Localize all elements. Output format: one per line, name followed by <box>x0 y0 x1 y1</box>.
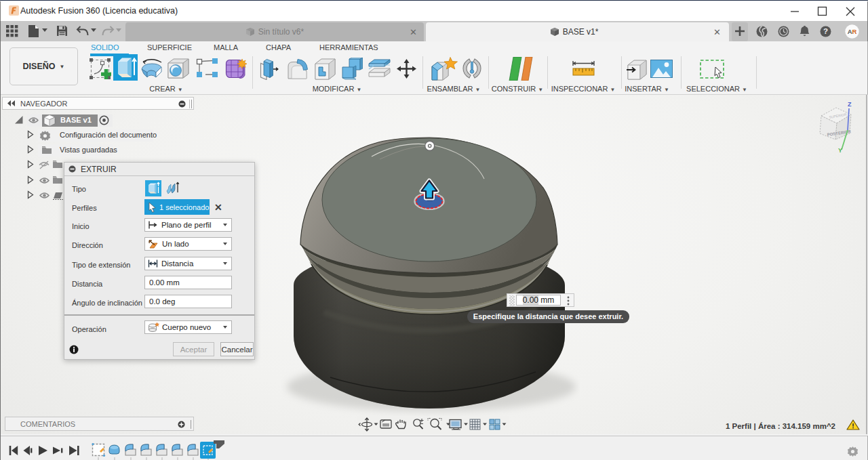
svg-text:Y: Y <box>838 147 842 153</box>
svg-text:Z: Z <box>848 101 852 108</box>
svg-text:AR: AR <box>848 28 857 35</box>
svg-text:?: ? <box>823 27 828 35</box>
